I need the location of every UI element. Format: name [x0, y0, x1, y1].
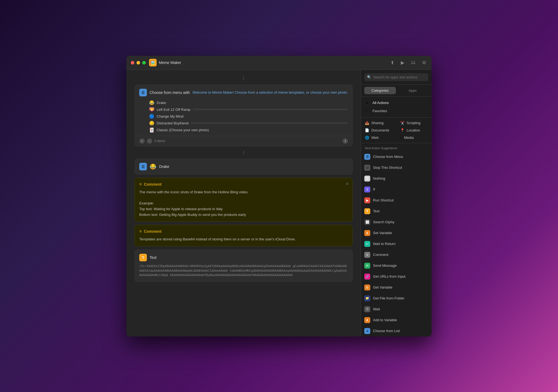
suggestion-wait[interactable]: ⏱ Wait — [361, 304, 432, 315]
suggestion-stop-shortcut[interactable]: ⬛ Stop This Shortcut — [361, 162, 432, 173]
suggestion-choose-from-menu[interactable]: ☰ Choose from Menu — [361, 151, 432, 162]
comment-close-button-1[interactable]: ✕ — [345, 181, 349, 186]
web-icon: 🌐 — [365, 136, 369, 140]
location-icon: 📍 — [400, 128, 405, 132]
suggestion-choose-from-list[interactable]: ≡ Choose from List — [361, 326, 432, 336]
set-variable-sugg-icon: S — [364, 230, 370, 236]
list-item[interactable]: 🌄 Left Exit 12 Off Ramp — [149, 107, 348, 112]
suggestion-run-shortcut[interactable]: ▶ Run Shortcut — [361, 195, 432, 206]
run-button[interactable]: ▶ — [400, 59, 405, 67]
choose-from-list-sugg-icon: ≡ — [364, 328, 370, 334]
sidebar-item-media[interactable]: ♪ Media — [396, 134, 432, 141]
wait-sugg-icon: ⏱ — [364, 306, 370, 312]
sidebar-item-web[interactable]: 🌐 Web — [361, 134, 396, 141]
titlebar: 🖼️ Meme Maker ⬆ ▶ 🗂 ⚙ — [126, 56, 432, 70]
set-variable-sugg-label: Set Variable — [373, 231, 392, 235]
item-label: Distracted Boyfriend — [157, 121, 189, 125]
minimize-button[interactable] — [137, 61, 140, 65]
sidebar-item-documents[interactable]: 📄 Documents — [361, 127, 396, 134]
comment-icon-2: ≡ — [139, 229, 142, 234]
stop-shortcut-sugg-icon: ⬛ — [364, 165, 370, 171]
sharing-label: Sharing — [371, 121, 384, 125]
suggestion-comment[interactable]: ≡ Comment — [361, 249, 432, 260]
sharing-icon: 📤 — [365, 121, 369, 125]
info-button[interactable]: ℹ — [342, 138, 348, 144]
close-button[interactable] — [131, 61, 134, 65]
suggestions-section: Next Action Suggestions ☰ Choose from Me… — [361, 143, 432, 336]
choose-from-menu-block: ☰ Choose from menu with Welcome to Meme … — [135, 85, 353, 146]
remove-item-button[interactable]: − — [147, 138, 152, 144]
list-item[interactable]: 😏 Distracted Boyfriend — [149, 121, 348, 126]
suggestion-add-to-variable[interactable]: A Add to Variable — [361, 315, 432, 326]
choose-from-menu-subtitle[interactable]: Welcome to Meme Maker! Choose from a sel… — [193, 90, 348, 94]
settings-button[interactable]: ⚙ — [421, 59, 427, 67]
list-item[interactable]: 🔵 Change My Mind — [149, 114, 348, 119]
suggestion-text[interactable]: T Text — [361, 206, 432, 217]
comment-header-2: ≡ Comment — [139, 229, 348, 234]
text-block-icon: T — [139, 254, 147, 261]
item-emoji: 🌄 — [149, 107, 154, 112]
suggestion-send-message[interactable]: ✉ Send Message — [361, 260, 432, 271]
get-file-sugg-label: Get File from Folder — [373, 296, 405, 300]
tab-apps[interactable]: Apps — [397, 87, 429, 94]
add-to-variable-sugg-icon: A — [364, 317, 370, 323]
item-label: Drake — [157, 101, 166, 105]
menu-items-list: 😂 Drake 🌄 Left Exit 12 Off Ramp 🔵 Change… — [135, 100, 352, 136]
choose-from-menu-sugg-label: Choose from Menu — [373, 155, 403, 159]
if-sugg-icon: If — [364, 186, 370, 192]
text-block-header: T Text — [139, 254, 348, 261]
main-window: 🖼️ Meme Maker ⬆ ▶ 🗂 ⚙ ☰ Choose from menu… — [126, 56, 432, 336]
choose-from-menu-sugg-icon: ☰ — [364, 154, 370, 160]
comment-sugg-label: Comment — [373, 253, 388, 257]
get-urls-sugg-icon: 🔗 — [364, 274, 370, 280]
suggestion-wait-to-return[interactable]: ↩ Wait to Return — [361, 238, 432, 249]
search-input[interactable] — [373, 75, 426, 79]
suggestion-get-variable[interactable]: G Get Variable — [361, 282, 432, 293]
list-item[interactable]: 😂 Drake — [149, 100, 348, 105]
suggestion-get-urls[interactable]: 🔗 Get URLs from Input — [361, 271, 432, 282]
comment-text-2: Templates are stored using Base64 instea… — [139, 237, 348, 242]
get-variable-sugg-label: Get Variable — [373, 285, 392, 289]
comment-block-1: ≡ Comment ✕ The meme with the iconic sho… — [135, 178, 353, 222]
tab-categories[interactable]: Categories — [364, 87, 396, 94]
web-label: Web — [371, 136, 379, 140]
text-block: T Text /9j/4AAQSkZJRgABAQAAAQABAAD/4R8AR… — [135, 250, 353, 282]
sidebar-item-scripting[interactable]: ✂️ Scripting — [396, 119, 432, 127]
search-input-wrap: 🔍 — [364, 73, 428, 81]
suggestion-get-file-from-folder[interactable]: 📁 Get File from Folder — [361, 293, 432, 304]
send-message-sugg-icon: ✉ — [364, 263, 370, 269]
comment-block-2: ≡ Comment Templates are stored using Bas… — [135, 225, 353, 246]
drake-block[interactable]: ☰ 😂 Drake — [135, 159, 353, 174]
maximize-button[interactable] — [142, 61, 146, 65]
comment-sugg-icon: ≡ — [364, 252, 370, 258]
tab-bar: Categories Apps — [361, 85, 432, 97]
suggestion-set-variable[interactable]: S Set Variable — [361, 228, 432, 238]
run-shortcut-sugg-icon: ▶ — [364, 197, 370, 203]
suggestion-nothing[interactable]: ⬜ Nothing — [361, 173, 432, 184]
item-label: Left Exit 12 Off Ramp — [157, 108, 190, 112]
add-item-button[interactable]: + — [139, 138, 145, 144]
suggestion-if[interactable]: If If — [361, 184, 432, 195]
wait-to-return-sugg-label: Wait to Return — [373, 242, 396, 246]
sidebar-item-all-actions[interactable]: ≡ All Actions — [361, 99, 432, 107]
share-button[interactable]: ⬆ — [389, 59, 395, 67]
text-block-content[interactable]: /9j/4AAQSkZJRgABAQAAAQABAAD/4R8ARXhpZgAA… — [139, 264, 348, 278]
suggestion-search-giphy[interactable]: ⬜ Search Giphy — [361, 217, 432, 228]
sidebar-item-location[interactable]: 📍 Location — [396, 127, 432, 134]
traffic-lights — [131, 61, 146, 65]
media-label: Media — [404, 136, 414, 140]
scripting-label: Scripting — [407, 121, 421, 125]
wait-sugg-label: Wait — [373, 307, 380, 311]
choose-from-menu-title: Choose from menu with — [150, 90, 190, 95]
actions-panel: 🔍 Categories Apps ≡ All Actions ♡ Favori… — [361, 70, 432, 336]
sidebar-item-favorites[interactable]: ♡ Favorites — [361, 107, 432, 115]
item-emoji: 😂 — [149, 100, 154, 105]
item-label: Classic (Choose your own photo) — [157, 128, 209, 132]
sidebar-item-sharing[interactable]: 📤 Sharing — [361, 119, 396, 127]
library-button[interactable]: 🗂 — [410, 59, 417, 66]
list-item[interactable]: 🃏 Classic (Choose your own photo) — [149, 127, 348, 133]
search-icon: 🔍 — [367, 75, 371, 79]
comment-title-2: Comment — [144, 229, 162, 234]
items-count: 5 items — [154, 139, 165, 143]
comment-header-1: ≡ Comment — [139, 182, 348, 187]
